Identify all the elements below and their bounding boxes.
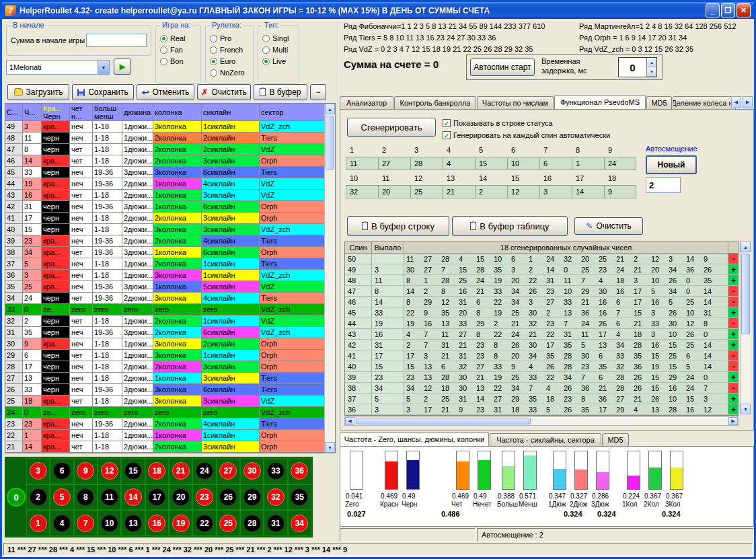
board-zero-cell[interactable]: 0 [6,458,26,536]
generated-row[interactable]: 4811812825241920223111741831026035+ [345,275,738,286]
board-cell[interactable]: 14 [121,484,145,511]
copy-table-button[interactable]: В буфер таблицу [452,216,568,236]
board-cell[interactable]: 34 [288,510,311,536]
save-button[interactable]: Сохранить [72,84,134,100]
board-cell[interactable]: 19 [169,510,192,536]
minimize-button[interactable]: _ [706,3,720,17]
history-row[interactable]: 375кра...неч1-181дюжи...2колонка1сиклайн… [5,258,335,270]
generated-row[interactable]: 49330277152835321402523242120343626+ [345,264,738,275]
board-cell[interactable]: 32 [264,484,287,511]
history-row[interactable]: 3923кра...неч19-362дюжи...2колонка4сикла… [5,235,335,247]
history-row[interactable]: 2713черннеч1-182дюжи...1колонка3сиклайнT… [5,373,335,384]
history-row[interactable]: 2323кра...неч19-362дюжи...2колонка4сикла… [5,418,335,430]
close-button[interactable]: ✕ [736,3,751,17]
board-cell[interactable]: 9 [74,458,98,484]
clear-generated-button[interactable]: ✎ Очистить [574,217,643,235]
board-cell[interactable]: 12 [98,458,121,484]
radio-option-euro[interactable]: Euro [210,57,249,65]
undo-button[interactable]: ↩ Отменить [137,84,194,100]
history-row[interactable]: 309кра...неч1-181дюжи...3колонка2сиклайн… [5,338,335,350]
generated-horizontal-scrollbar[interactable]: ◀ ▶ [344,416,739,426]
collapse-button[interactable]: − [310,84,326,100]
board-cell[interactable]: 7 [74,510,98,536]
main-tab[interactable]: Контроль банкролла [394,96,476,109]
board-cell[interactable]: 11 [98,484,121,511]
copy-buffer-button[interactable]: В буфер [254,84,307,100]
board-cell[interactable]: 18 [145,458,169,484]
history-row[interactable]: 240ze...zerozerozerozerozeroVdZ_zch [5,407,335,418]
board-cell[interactable]: 8 [74,484,98,511]
scroll-down-icon[interactable]: ▼ [325,442,335,453]
scroll-up-icon[interactable]: ▲ [325,104,335,114]
board-cell[interactable]: 30 [240,458,264,484]
maximize-button[interactable]: ❐ [721,3,735,17]
generated-row[interactable]: 3923231328302119253322347628261529240+ [345,372,738,383]
scroll-right-icon[interactable]: ▶ [728,417,738,425]
generated-vertical-scrollbar[interactable]: ▲ ▼ [740,241,751,414]
history-row[interactable]: 4419кра...неч19-362дюжи...1колонка4сикла… [5,178,335,190]
history-row[interactable]: 221кра...неч1-181дюжи...1колонка1сиклайн… [5,430,335,441]
generated-row[interactable]: 423127312123826301735513342816152514+ [345,340,738,350]
delay-spinner[interactable]: 0 ▲ ▼ [618,57,657,77]
show-in-status-checkbox[interactable]: ✓ Показывать в строке статуса [443,119,553,127]
autoshift-new-button[interactable]: Новый [646,155,697,174]
history-row[interactable]: 478чернчет1-181дюжи...2колонка2сиклайнVd… [5,144,335,155]
generated-row[interactable]: 46148291231622343273321166171652514- [345,297,738,307]
main-tab-active[interactable]: Функционал PsevdoMS [554,95,646,109]
history-row[interactable]: 4316кра...чет1-182дюжи...1колонка3сиклай… [5,190,335,201]
radio-option-singl[interactable]: Singl [262,34,295,42]
board-cell[interactable]: 22 [192,510,216,536]
generated-row[interactable]: 47814281621333426231029301617534014- [345,286,738,297]
radio-option-pro[interactable]: Pro [210,34,249,42]
copy-row-button[interactable]: В буфер строку [347,216,449,236]
generated-row[interactable]: 36331721923311833526351729413281612+ [345,404,738,415]
generated-row[interactable]: 441919161333292213223724266213330128- [345,318,738,329]
history-row[interactable]: 2114кра...чет1-182дюжи...2колонка3сиклай… [5,441,335,453]
generate-button[interactable]: Сгенерировать [347,118,436,137]
board-cell[interactable]: 13 [121,510,145,536]
generated-row[interactable]: 37552253114272935182383627212610153+ [345,394,738,404]
radio-option-fan[interactable]: Fan [160,46,196,54]
board-cell[interactable]: 10 [98,510,121,536]
board-cell[interactable]: 36 [288,458,311,484]
generated-row[interactable]: 45332293520819253021336167153261031+ [345,307,738,318]
board-cell[interactable]: 16 [145,510,169,536]
board-cell[interactable]: 23 [192,484,216,511]
history-row[interactable]: 3424чернчет19-362дюжи...3колонка4сиклайн… [5,293,335,304]
history-row[interactable]: 3135черннеч19-363дюжи...2колонка6сиклайн… [5,327,335,338]
frequency-tab[interactable]: MD5 [602,433,629,446]
scrollbar-thumb[interactable] [356,418,531,424]
scroll-left-icon[interactable]: ◀ [345,417,354,425]
chevron-down-icon[interactable]: ▼ [98,61,109,74]
history-row[interactable]: 4811черннеч1-181дюжи...2колонка2сиклайнT… [5,133,335,144]
board-cell[interactable]: 3 [26,458,50,484]
autospin-start-button[interactable]: Автоспин старт [470,59,535,76]
scroll-down-icon[interactable]: ▼ [741,404,751,414]
tabs-scroll-left-icon[interactable]: ◀ [731,96,741,108]
history-row[interactable]: 3834кра...чет19-363дюжи...1колонка6сикла… [5,247,335,258]
start-sum-input[interactable] [86,34,147,47]
frequency-tab-active[interactable]: Частота - Zero, шансы, дюжины, колонки [340,432,489,446]
generated-row[interactable]: 4316471127822242122311117418310260+ [345,329,738,340]
board-cell[interactable]: 2 [26,484,50,511]
radio-option-french[interactable]: French [210,46,249,54]
spinner-up-icon[interactable]: ▲ [647,58,656,67]
scrollbar-thumb[interactable] [326,116,334,170]
main-tab[interactable]: Деление колеса на [673,96,736,109]
board-cell[interactable]: 17 [145,484,169,511]
board-cell[interactable]: 27 [217,458,240,484]
history-row[interactable]: 2633черннеч19-363дюжи...3колонка6сиклайн… [5,384,335,396]
board-cell[interactable]: 31 [264,510,287,536]
radio-option-multi[interactable]: Multi [262,46,295,54]
spinner-down-icon[interactable]: ▼ [647,67,656,77]
history-row[interactable]: 363кра...неч1-181дюжи...3колонка1сиклайн… [5,270,335,281]
autoshift-input[interactable] [646,177,681,193]
history-row[interactable]: 4533черннеч19-363дюжи...3колонка6сиклайн… [5,167,335,178]
generated-row[interactable]: 401515136322733942628233532361915514- [345,361,738,372]
board-cell[interactable]: 29 [240,484,264,511]
generate-each-spin-checkbox[interactable]: ✓ Генерировать на каждый спин автоматиче… [443,131,610,139]
history-row[interactable]: 3525кра...неч19-363дюжи...1колонка5сикла… [5,281,335,293]
generated-row[interactable]: 411717321312382034352830633351525614- [345,350,738,361]
history-row[interactable]: 2817черннеч1-182дюжи...2колонка3сиклайнO… [5,361,335,373]
history-row[interactable]: 4015черннеч1-182дюжи...3колонка3сиклайнV… [5,224,335,235]
